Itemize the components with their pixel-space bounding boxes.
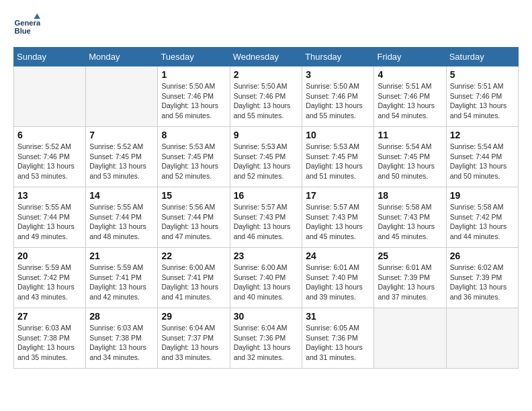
calendar-cell: 28Sunrise: 6:03 AMSunset: 7:38 PMDayligh…	[86, 308, 158, 369]
day-info: Sunrise: 5:50 AMSunset: 7:46 PMDaylight:…	[234, 81, 299, 121]
svg-text:General: General	[15, 19, 40, 27]
day-number: 12	[450, 130, 515, 140]
day-number: 22	[161, 250, 226, 261]
day-number: 20	[17, 250, 82, 261]
day-number: 16	[234, 190, 299, 201]
day-info: Sunrise: 5:57 AMSunset: 7:43 PMDaylight:…	[234, 202, 299, 242]
calendar-cell: 29Sunrise: 6:04 AMSunset: 7:37 PMDayligh…	[158, 308, 230, 369]
calendar-cell: 25Sunrise: 6:01 AMSunset: 7:39 PMDayligh…	[374, 248, 446, 308]
day-number: 17	[306, 190, 370, 201]
day-info: Sunrise: 5:52 AMSunset: 7:46 PMDaylight:…	[17, 142, 82, 181]
day-info: Sunrise: 5:53 AMSunset: 7:45 PMDaylight:…	[234, 142, 299, 181]
calendar-cell: 6Sunrise: 5:52 AMSunset: 7:46 PMDaylight…	[14, 127, 86, 187]
day-info: Sunrise: 6:00 AMSunset: 7:40 PMDaylight:…	[234, 263, 299, 302]
calendar-cell: 14Sunrise: 5:55 AMSunset: 7:44 PMDayligh…	[86, 187, 158, 248]
calendar-cell	[14, 66, 86, 127]
calendar-cell: 26Sunrise: 6:02 AMSunset: 7:39 PMDayligh…	[446, 248, 518, 308]
day-number: 31	[306, 311, 370, 322]
logo-icon: General Blue	[13, 13, 40, 40]
calendar-table: SundayMondayTuesdayWednesdayThursdayFrid…	[13, 47, 519, 369]
day-info: Sunrise: 6:02 AMSunset: 7:39 PMDaylight:…	[450, 263, 515, 302]
day-info: Sunrise: 6:03 AMSunset: 7:38 PMDaylight:…	[17, 323, 82, 363]
calendar-cell: 18Sunrise: 5:58 AMSunset: 7:43 PMDayligh…	[374, 187, 446, 248]
weekday-header: Monday	[86, 48, 158, 66]
calendar-cell: 15Sunrise: 5:56 AMSunset: 7:44 PMDayligh…	[158, 187, 230, 248]
day-number: 5	[450, 69, 515, 80]
calendar-cell: 19Sunrise: 5:58 AMSunset: 7:42 PMDayligh…	[446, 187, 518, 248]
weekday-header: Wednesday	[230, 48, 302, 66]
calendar-week-row: 1Sunrise: 5:50 AMSunset: 7:46 PMDaylight…	[14, 66, 519, 127]
day-number: 6	[17, 130, 82, 140]
page-header: General Blue	[13, 13, 519, 40]
calendar-cell	[446, 308, 518, 369]
day-info: Sunrise: 5:50 AMSunset: 7:46 PMDaylight:…	[306, 81, 370, 121]
weekday-header: Saturday	[446, 48, 518, 66]
calendar-cell: 22Sunrise: 6:00 AMSunset: 7:41 PMDayligh…	[158, 248, 230, 308]
day-number: 15	[161, 190, 226, 201]
calendar-cell	[374, 308, 446, 369]
weekday-header-row: SundayMondayTuesdayWednesdayThursdayFrid…	[14, 48, 519, 66]
day-info: Sunrise: 5:51 AMSunset: 7:46 PMDaylight:…	[450, 81, 515, 121]
day-info: Sunrise: 5:58 AMSunset: 7:42 PMDaylight:…	[450, 202, 515, 242]
calendar-cell: 3Sunrise: 5:50 AMSunset: 7:46 PMDaylight…	[302, 66, 374, 127]
day-info: Sunrise: 6:04 AMSunset: 7:36 PMDaylight:…	[234, 323, 299, 363]
calendar-cell: 16Sunrise: 5:57 AMSunset: 7:43 PMDayligh…	[230, 187, 302, 248]
calendar-cell: 7Sunrise: 5:52 AMSunset: 7:45 PMDaylight…	[86, 127, 158, 187]
day-number: 24	[306, 250, 370, 261]
day-number: 19	[450, 190, 515, 201]
day-info: Sunrise: 6:01 AMSunset: 7:39 PMDaylight:…	[378, 263, 442, 302]
weekday-header: Thursday	[302, 48, 374, 66]
calendar-cell	[86, 66, 158, 127]
calendar-cell: 20Sunrise: 5:59 AMSunset: 7:42 PMDayligh…	[14, 248, 86, 308]
day-info: Sunrise: 5:59 AMSunset: 7:42 PMDaylight:…	[17, 263, 82, 302]
day-number: 27	[17, 311, 82, 322]
day-info: Sunrise: 5:53 AMSunset: 7:45 PMDaylight:…	[306, 142, 370, 181]
calendar-cell: 13Sunrise: 5:55 AMSunset: 7:44 PMDayligh…	[14, 187, 86, 248]
day-info: Sunrise: 6:00 AMSunset: 7:41 PMDaylight:…	[161, 263, 226, 302]
day-number: 11	[378, 130, 442, 140]
logo: General Blue	[13, 13, 43, 40]
calendar-cell: 23Sunrise: 6:00 AMSunset: 7:40 PMDayligh…	[230, 248, 302, 308]
day-info: Sunrise: 6:03 AMSunset: 7:38 PMDaylight:…	[89, 323, 154, 363]
day-number: 28	[89, 311, 154, 322]
day-info: Sunrise: 6:04 AMSunset: 7:37 PMDaylight:…	[161, 323, 226, 363]
weekday-header: Friday	[374, 48, 446, 66]
calendar-week-row: 20Sunrise: 5:59 AMSunset: 7:42 PMDayligh…	[14, 248, 519, 308]
calendar-cell: 12Sunrise: 5:54 AMSunset: 7:44 PMDayligh…	[446, 127, 518, 187]
calendar-cell: 9Sunrise: 5:53 AMSunset: 7:45 PMDaylight…	[230, 127, 302, 187]
calendar-cell: 11Sunrise: 5:54 AMSunset: 7:45 PMDayligh…	[374, 127, 446, 187]
day-number: 18	[378, 190, 442, 201]
calendar-cell: 4Sunrise: 5:51 AMSunset: 7:46 PMDaylight…	[374, 66, 446, 127]
day-number: 7	[89, 130, 154, 140]
day-number: 4	[378, 69, 442, 80]
day-number: 30	[234, 311, 299, 322]
day-number: 3	[306, 69, 370, 80]
day-number: 29	[161, 311, 226, 322]
day-number: 21	[89, 250, 154, 261]
day-info: Sunrise: 5:53 AMSunset: 7:45 PMDaylight:…	[161, 142, 226, 181]
day-info: Sunrise: 5:51 AMSunset: 7:46 PMDaylight:…	[378, 81, 442, 121]
day-number: 13	[17, 190, 82, 201]
calendar-cell: 8Sunrise: 5:53 AMSunset: 7:45 PMDaylight…	[158, 127, 230, 187]
day-info: Sunrise: 5:52 AMSunset: 7:45 PMDaylight:…	[89, 142, 154, 181]
calendar-cell: 10Sunrise: 5:53 AMSunset: 7:45 PMDayligh…	[302, 127, 374, 187]
calendar-cell: 1Sunrise: 5:50 AMSunset: 7:46 PMDaylight…	[158, 66, 230, 127]
calendar-cell: 27Sunrise: 6:03 AMSunset: 7:38 PMDayligh…	[14, 308, 86, 369]
calendar-week-row: 6Sunrise: 5:52 AMSunset: 7:46 PMDaylight…	[14, 127, 519, 187]
calendar-cell: 24Sunrise: 6:01 AMSunset: 7:40 PMDayligh…	[302, 248, 374, 308]
day-number: 14	[89, 190, 154, 201]
calendar-cell: 17Sunrise: 5:57 AMSunset: 7:43 PMDayligh…	[302, 187, 374, 248]
day-info: Sunrise: 5:55 AMSunset: 7:44 PMDaylight:…	[89, 202, 154, 242]
day-number: 26	[450, 250, 515, 261]
day-info: Sunrise: 5:55 AMSunset: 7:44 PMDaylight:…	[17, 202, 82, 242]
day-number: 9	[234, 130, 299, 140]
calendar-cell: 2Sunrise: 5:50 AMSunset: 7:46 PMDaylight…	[230, 66, 302, 127]
day-number: 25	[378, 250, 442, 261]
calendar-week-row: 27Sunrise: 6:03 AMSunset: 7:38 PMDayligh…	[14, 308, 519, 369]
calendar-cell: 31Sunrise: 6:05 AMSunset: 7:36 PMDayligh…	[302, 308, 374, 369]
day-info: Sunrise: 5:54 AMSunset: 7:44 PMDaylight:…	[450, 142, 515, 181]
day-info: Sunrise: 5:50 AMSunset: 7:46 PMDaylight:…	[161, 81, 226, 121]
day-info: Sunrise: 5:54 AMSunset: 7:45 PMDaylight:…	[378, 142, 442, 181]
day-info: Sunrise: 5:59 AMSunset: 7:41 PMDaylight:…	[89, 263, 154, 302]
day-info: Sunrise: 5:58 AMSunset: 7:43 PMDaylight:…	[378, 202, 442, 242]
